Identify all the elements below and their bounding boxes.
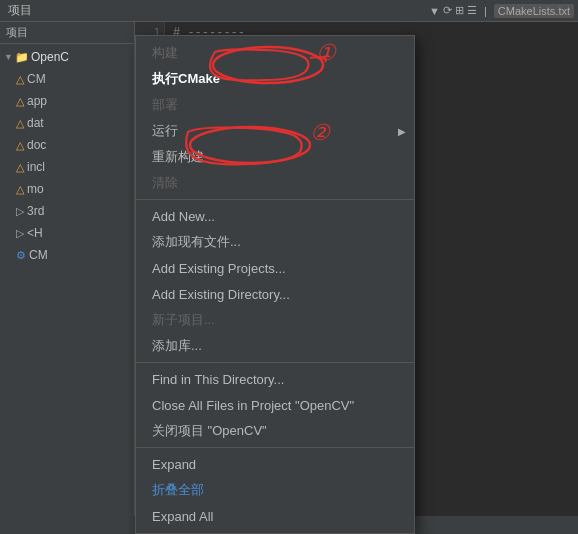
tree-arrow-opencv: ▼ <box>4 52 14 62</box>
menu-label-add-existing-dir: Add Existing Directory... <box>152 287 290 302</box>
h-icon: ▷ <box>16 227 24 240</box>
menu-label-run: 运行 <box>152 122 178 140</box>
tree-label-3rd: 3rd <box>27 204 44 218</box>
menu-label-build: 构建 <box>152 44 178 62</box>
menu-label-add-lib: 添加库... <box>152 337 202 355</box>
menu-item-close-project[interactable]: 关闭项目 "OpenCV" <box>136 418 414 444</box>
menu-item-collapse-all[interactable]: 折叠全部 <box>136 477 414 503</box>
submenu-arrow-run: ▶ <box>398 126 406 137</box>
tree-label-opencv: OpenC <box>31 50 69 64</box>
tree-item-cm2[interactable]: ⚙ CM <box>0 244 134 266</box>
menu-item-deploy[interactable]: 部署 <box>136 92 414 118</box>
tree-label-dat: dat <box>27 116 44 130</box>
tree-item-incl[interactable]: △ incl <box>0 156 134 178</box>
tree-item-doc[interactable]: △ doc <box>0 134 134 156</box>
menu-item-rebuild[interactable]: 重新构建 <box>136 144 414 170</box>
menu-label-find-in-dir: Find in This Directory... <box>152 372 284 387</box>
menu-item-clean[interactable]: 清除 <box>136 170 414 196</box>
menu-label-new-subproject: 新子项目... <box>152 311 215 329</box>
ide-window: 项目 ▼ ⟳ ⊞ ☰ | CMakeLists.txt 项目 ▼ 📁 OpenC <box>0 0 578 534</box>
menu-label-expand: Expand <box>152 457 196 472</box>
tree-label-mo: mo <box>27 182 44 196</box>
toolbar-icon-1[interactable]: ▼ <box>429 5 440 17</box>
menu-label-expand-all: Expand All <box>152 509 213 524</box>
toolbar-icon-2[interactable]: ⟳ <box>443 4 452 17</box>
separator-1 <box>136 199 414 200</box>
menu-item-expand[interactable]: Expand <box>136 451 414 477</box>
doc-icon: △ <box>16 139 24 152</box>
tree-item-3rd[interactable]: ▷ 3rd <box>0 200 134 222</box>
menu-label-deploy: 部署 <box>152 96 178 114</box>
dat-icon: △ <box>16 117 24 130</box>
menu-label-close-project: 关闭项目 "OpenCV" <box>152 422 267 440</box>
3rd-icon: ▷ <box>16 205 24 218</box>
menu-item-add-existing-file[interactable]: 添加现有文件... <box>136 229 414 255</box>
separator-2 <box>136 362 414 363</box>
tree-label-h: <H <box>27 226 43 240</box>
mo-icon: △ <box>16 183 24 196</box>
tree-item-app[interactable]: △ app <box>0 90 134 112</box>
sidebar-header: 项目 <box>0 22 134 44</box>
tree-item-h[interactable]: ▷ <H <box>0 222 134 244</box>
menu-item-expand-all[interactable]: Expand All <box>136 503 414 529</box>
context-menu: 构建 执行CMake 部署 运行 ▶ 重新构建 清除 Add New... 添加… <box>135 35 415 534</box>
menu-label-clean: 清除 <box>152 174 178 192</box>
tree-label-doc: doc <box>27 138 46 152</box>
separator-3 <box>136 447 414 448</box>
toolbar: 项目 ▼ ⟳ ⊞ ☰ | CMakeLists.txt <box>0 0 578 22</box>
tree-label-cm2: CM <box>29 248 48 262</box>
app-icon: △ <box>16 95 24 108</box>
tree-item-mo[interactable]: △ mo <box>0 178 134 200</box>
menu-label-add-existing-projects: Add Existing Projects... <box>152 261 286 276</box>
tree-label-incl: incl <box>27 160 45 174</box>
tree-item-cm1[interactable]: △ CM <box>0 68 134 90</box>
sidebar: 项目 ▼ 📁 OpenC △ CM △ app <box>0 22 135 534</box>
incl-icon: △ <box>16 161 24 174</box>
menu-item-find-in-dir[interactable]: Find in This Directory... <box>136 366 414 392</box>
toolbar-title: 项目 <box>4 2 36 19</box>
menu-item-add-lib[interactable]: 添加库... <box>136 333 414 359</box>
menu-label-rebuild: 重新构建 <box>152 148 204 166</box>
toolbar-icon-3[interactable]: ⊞ <box>455 4 464 17</box>
cm1-icon: △ <box>16 73 24 86</box>
toolbar-icon-4[interactable]: ☰ <box>467 4 477 17</box>
tree-item-dat[interactable]: △ dat <box>0 112 134 134</box>
tree-label-cm1: CM <box>27 72 46 86</box>
toolbar-separator: | <box>484 5 487 17</box>
menu-label-run-cmake: 执行CMake <box>152 70 220 88</box>
menu-item-run[interactable]: 运行 ▶ <box>136 118 414 144</box>
menu-item-new-subproject[interactable]: 新子项目... <box>136 307 414 333</box>
tree-label-app: app <box>27 94 47 108</box>
menu-item-add-existing-projects[interactable]: Add Existing Projects... <box>136 255 414 281</box>
menu-label-close-all: Close All Files in Project "OpenCV" <box>152 398 354 413</box>
menu-label-add-new: Add New... <box>152 209 215 224</box>
menu-item-add-new[interactable]: Add New... <box>136 203 414 229</box>
toolbar-right: ▼ ⟳ ⊞ ☰ | CMakeLists.txt <box>429 4 574 18</box>
opencv-icon: 📁 <box>15 51 29 64</box>
menu-label-collapse-all: 折叠全部 <box>152 481 204 499</box>
sidebar-header-label: 项目 <box>6 25 28 40</box>
tree-item-opencv[interactable]: ▼ 📁 OpenC <box>0 46 134 68</box>
menu-item-add-existing-dir[interactable]: Add Existing Directory... <box>136 281 414 307</box>
cmake-tab[interactable]: CMakeLists.txt <box>494 4 574 18</box>
cm2-icon: ⚙ <box>16 249 26 262</box>
menu-item-close-all[interactable]: Close All Files in Project "OpenCV" <box>136 392 414 418</box>
tree-area: ▼ 📁 OpenC △ CM △ app △ dat <box>0 44 134 268</box>
menu-label-add-existing-file: 添加现有文件... <box>152 233 241 251</box>
menu-item-build[interactable]: 构建 <box>136 40 414 66</box>
menu-item-run-cmake[interactable]: 执行CMake <box>136 66 414 92</box>
